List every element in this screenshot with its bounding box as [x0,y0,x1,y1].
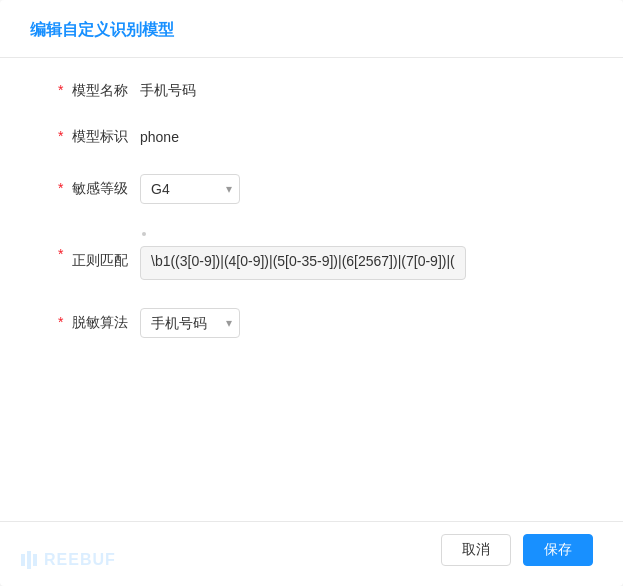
desensitize-label: * 脱敏算法 [60,314,140,332]
modal-body: * 模型名称 手机号码 * 模型标识 phone * 敏感等级 G4 G1 [0,58,623,521]
modal-title: 编辑自定义识别模型 [30,20,593,41]
watermark-icon [20,550,40,570]
required-star-5: * [58,314,63,330]
model-id-label: * 模型标识 [60,128,140,146]
modal-header: 编辑自定义识别模型 [0,0,623,58]
svg-rect-1 [27,551,31,569]
desensitize-select-wrapper: 手机号码 邮箱 身份证 银行卡 ▾ [140,308,240,338]
model-name-value: 手机号码 [140,82,196,100]
required-star-3: * [58,180,63,196]
cancel-button[interactable]: 取消 [441,534,511,566]
model-name-label: * 模型名称 [60,82,140,100]
form-item-sensitivity: * 敏感等级 G4 G1 G2 G3 G5 ▾ [60,174,593,204]
required-star: * [58,82,63,98]
watermark: REEBUF [20,550,116,570]
regex-label: * 正则匹配 [60,246,140,270]
watermark-text: REEBUF [44,551,116,569]
separator-dot [140,232,593,236]
svg-rect-0 [21,554,25,566]
form-item-model-name: * 模型名称 手机号码 [60,82,593,100]
required-star-2: * [58,128,63,144]
svg-rect-2 [33,554,37,566]
form-item-model-id: * 模型标识 phone [60,128,593,146]
edit-model-modal: 编辑自定义识别模型 * 模型名称 手机号码 * 模型标识 phone * 敏感等… [0,0,623,586]
regex-value[interactable]: \b1((3[0-9])|(4[0-9])|(5[0-35-9])|(6[256… [140,246,466,280]
save-button[interactable]: 保存 [523,534,593,566]
sensitivity-select-wrapper: G4 G1 G2 G3 G5 ▾ [140,174,240,204]
form-item-desensitize: * 脱敏算法 手机号码 邮箱 身份证 银行卡 ▾ [60,308,593,338]
sensitivity-label: * 敏感等级 [60,180,140,198]
model-id-value: phone [140,129,179,145]
sensitivity-select[interactable]: G4 G1 G2 G3 G5 [140,174,240,204]
desensitize-select[interactable]: 手机号码 邮箱 身份证 银行卡 [140,308,240,338]
form-item-regex: * 正则匹配 \b1((3[0-9])|(4[0-9])|(5[0-35-9])… [60,246,593,280]
required-star-4: * [58,246,63,262]
